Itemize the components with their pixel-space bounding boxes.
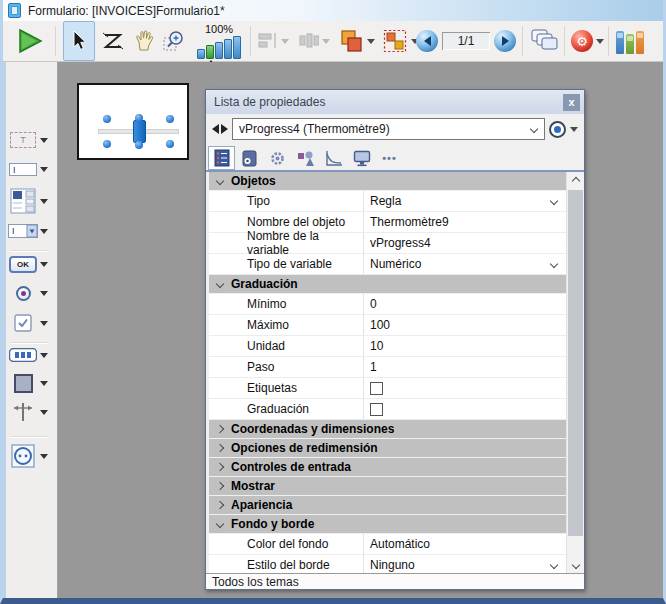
previous-object-icon[interactable] (212, 124, 219, 134)
dropdown-arrow-icon[interactable] (40, 229, 48, 234)
property-value[interactable] (364, 378, 566, 398)
pointer-tool-button[interactable] (63, 21, 95, 61)
zoom-level-label: 100% (205, 24, 233, 35)
selection-handle[interactable] (103, 140, 111, 148)
tab-shapes[interactable] (292, 146, 319, 170)
previous-page-button[interactable] (415, 21, 439, 61)
selection-handle[interactable] (103, 115, 111, 123)
close-icon[interactable]: x (563, 94, 580, 111)
settings-button[interactable]: ⚙ (569, 21, 595, 61)
tab-events[interactable] (320, 146, 347, 170)
property-value[interactable]: 0 (364, 294, 566, 314)
property-value[interactable]: Numérico (364, 254, 566, 274)
scroll-up-button[interactable] (567, 172, 584, 189)
section-header[interactable]: Controles de entrada (209, 458, 566, 477)
radio-button-tool[interactable] (6, 286, 56, 301)
next-page-button[interactable] (493, 21, 517, 61)
scrollbar-thumb[interactable] (568, 190, 583, 536)
run-button[interactable] (11, 21, 49, 61)
property-value[interactable] (364, 399, 566, 419)
chevron-down-icon[interactable] (550, 197, 558, 205)
zoom-bar-100-selected[interactable] (206, 45, 214, 59)
section-header[interactable]: Objetos (209, 172, 566, 191)
section-header[interactable]: Opciones de redimensión (209, 439, 566, 458)
section-header[interactable]: Coordenadas y dimensiones (209, 420, 566, 439)
scroll-down-button[interactable] (567, 556, 584, 573)
checkbox-tool[interactable] (6, 314, 56, 332)
section-header[interactable]: Graduación (209, 275, 566, 294)
form-pages-button[interactable] (527, 21, 561, 61)
dropdown-arrow-icon[interactable] (40, 353, 48, 358)
zoom-level-control[interactable]: 100% (191, 21, 247, 61)
selection-handle[interactable] (166, 140, 174, 148)
tab-display[interactable] (348, 146, 375, 170)
tab-more[interactable]: ••• (376, 146, 403, 170)
plugin-area-tool[interactable] (6, 444, 56, 468)
tab-property-list[interactable] (208, 146, 235, 170)
list-box-tool[interactable] (6, 188, 56, 214)
splitter-tool[interactable] (6, 402, 56, 422)
property-value[interactable]: vProgress4 (364, 233, 566, 253)
draw-tool-button[interactable] (97, 21, 129, 61)
combo-box-tool[interactable]: I (6, 224, 56, 238)
chevron-right-icon (216, 482, 224, 490)
property-value[interactable]: Thermomètre9 (364, 212, 566, 232)
section-label: Objetos (231, 174, 276, 188)
layer-order-button[interactable] (336, 21, 378, 61)
dropdown-arrow-icon[interactable] (40, 262, 48, 267)
zoom-bar-800[interactable] (233, 36, 241, 59)
object-selector-combobox[interactable]: vProgress4 (Thermomètre9) (232, 118, 545, 140)
property-value[interactable]: Ninguno (364, 555, 566, 573)
zoom-bar-200[interactable] (215, 42, 223, 59)
form-canvas[interactable]: Lista de propiedades x vProgress4 (Therm… (59, 62, 663, 598)
dropdown-arrow-icon[interactable] (40, 410, 48, 415)
property-value[interactable]: 100 (364, 315, 566, 335)
zoom-bars[interactable] (197, 36, 241, 59)
text-tool[interactable]: T (6, 132, 56, 148)
zoom-tool-button[interactable] (159, 21, 191, 61)
selection-handle[interactable] (135, 114, 143, 122)
dropdown-arrow-icon[interactable] (40, 138, 48, 143)
panel-scrollbar[interactable] (566, 172, 584, 573)
chevron-down-icon[interactable] (550, 260, 558, 268)
input-field-tool[interactable]: I (6, 163, 56, 176)
zoom-bar-400[interactable] (224, 39, 232, 59)
section-header[interactable]: Mostrar (209, 477, 566, 496)
next-object-icon[interactable] (221, 124, 228, 134)
property-value[interactable]: Regla (364, 191, 566, 211)
section-header[interactable]: Apariencia (209, 496, 566, 515)
hand-tool-button[interactable] (129, 21, 161, 61)
page-indicator-field[interactable]: 1/1 (441, 21, 491, 61)
dropdown-arrow-icon[interactable] (40, 199, 48, 204)
button-tool[interactable]: OK (6, 256, 56, 273)
dropdown-arrow-icon[interactable] (40, 321, 48, 326)
selection-handle[interactable] (135, 141, 143, 149)
property-value[interactable]: 1 (364, 357, 566, 377)
chevron-down-icon[interactable] (550, 561, 558, 569)
section-header[interactable]: Fondo y borde (209, 515, 566, 534)
settings-dropdown[interactable] (593, 21, 607, 61)
rectangle-tool[interactable] (6, 374, 56, 393)
checkbox[interactable] (370, 382, 383, 395)
slider-thumb[interactable] (133, 120, 146, 143)
tab-objects[interactable] (236, 146, 263, 170)
dropdown-arrow-icon[interactable] (367, 39, 375, 44)
eye-icon[interactable] (549, 121, 566, 138)
explorer-button[interactable] (613, 21, 647, 61)
button-tool-icon: OK (9, 256, 37, 273)
view-options-dropdown-icon[interactable] (570, 127, 578, 132)
form-area[interactable] (77, 83, 189, 160)
property-value[interactable]: 10 (364, 336, 566, 356)
dropdown-arrow-icon[interactable] (40, 167, 48, 172)
dropdown-arrow-icon[interactable] (40, 291, 48, 296)
property-value[interactable]: Automático (364, 534, 566, 554)
dropdown-arrow-icon[interactable] (40, 381, 48, 386)
panel-titlebar[interactable]: Lista de propiedades x (206, 90, 584, 114)
selection-handle[interactable] (166, 115, 174, 123)
zoom-bar-50[interactable] (197, 49, 205, 59)
tab-actions[interactable] (264, 146, 291, 170)
previous-page-icon (416, 30, 438, 52)
button-grid-tool[interactable] (6, 348, 56, 362)
checkbox[interactable] (370, 403, 383, 416)
dropdown-arrow-icon[interactable] (40, 454, 48, 459)
